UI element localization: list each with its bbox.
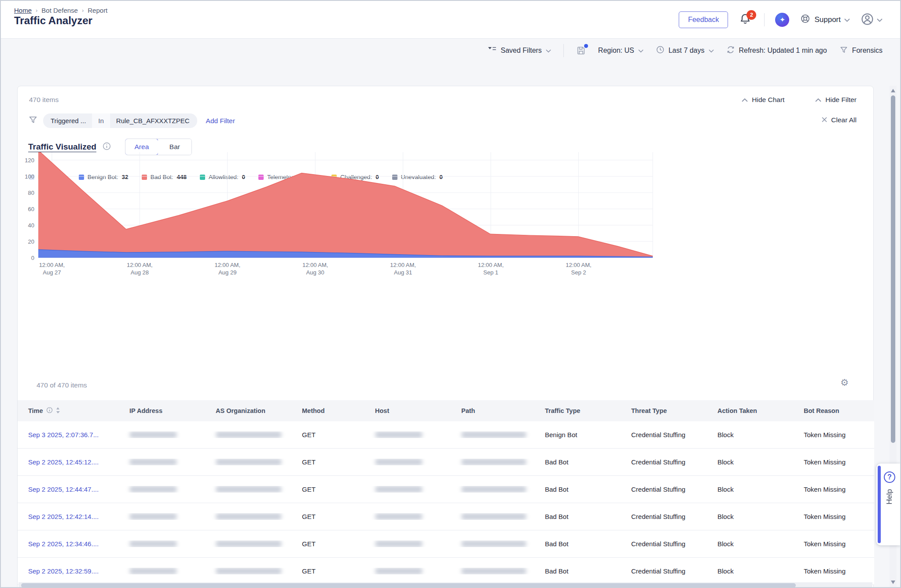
help-tab[interactable]: ? Help	[876, 464, 900, 545]
sort-icon[interactable]	[56, 407, 60, 415]
hide-chart-label: Hide Chart	[752, 96, 784, 104]
chart-title[interactable]: Traffic Visualized	[28, 142, 96, 152]
hide-filter-toggle[interactable]: Hide Filter	[815, 96, 857, 104]
save-filter-button[interactable]	[576, 46, 586, 55]
blurred-value	[461, 568, 526, 574]
time-link[interactable]: Sep 2 2025, 12:44:47....	[18, 486, 119, 493]
horizontal-scrollbar[interactable]	[18, 582, 872, 588]
blurred-value	[129, 486, 177, 493]
breadcrumb-home[interactable]: Home	[14, 7, 32, 14]
close-icon	[822, 116, 827, 124]
refresh-button[interactable]: Refresh: Updated 1 min ago	[726, 45, 827, 56]
redacted-cell	[205, 541, 291, 547]
chevron-down-icon	[877, 16, 883, 24]
redacted-cell	[451, 541, 534, 547]
add-filter-button[interactable]: Add Filter	[206, 117, 235, 125]
time-link[interactable]: Sep 3 2025, 2:07:36.7...	[18, 431, 119, 438]
blurred-value	[461, 431, 526, 438]
cell-action_taken: Block	[707, 486, 793, 493]
refresh-icon	[726, 45, 735, 56]
vertical-scrollbar-thumb[interactable]	[891, 95, 895, 443]
redacted-cell	[119, 568, 205, 574]
column-header-host: Host	[364, 407, 451, 414]
column-header-as-organization: AS Organization	[205, 407, 291, 414]
cell-bot_reason: Token Missing	[793, 540, 874, 548]
cell-threat_type: Credential Stuffing	[621, 486, 707, 493]
x-axis-tick-label: 12:00 AM, Sep 2	[566, 261, 592, 276]
redacted-cell	[364, 513, 451, 520]
table-row: Sep 2 2025, 12:34:46....GETBad BotCreden…	[18, 530, 874, 558]
support-label: Support	[814, 15, 841, 24]
hide-chart-toggle[interactable]: Hide Chart	[742, 96, 784, 104]
scroll-up-arrow-icon[interactable]	[891, 89, 895, 92]
scroll-down-arrow-icon[interactable]	[891, 581, 895, 584]
time-link[interactable]: Sep 2 2025, 12:32:59....	[18, 567, 119, 575]
time-range-dropdown[interactable]: Last 7 days	[656, 45, 714, 56]
feedback-button[interactable]: Feedback	[679, 11, 728, 28]
blurred-value	[129, 513, 177, 520]
column-header-action-taken: Action Taken	[707, 407, 793, 414]
hide-filter-label: Hide Filter	[825, 96, 857, 104]
cell-method: GET	[291, 567, 364, 575]
cell-bot_reason: Token Missing	[793, 458, 874, 466]
column-header-time[interactable]: Time	[18, 407, 119, 415]
chevron-up-icon	[815, 96, 821, 104]
table-row: Sep 2 2025, 12:45:12....GETBad BotCreden…	[18, 449, 874, 476]
cell-traffic_type: Benign Bot	[534, 431, 621, 438]
items-count: 470 items	[29, 96, 59, 104]
column-header-traffic-type: Traffic Type	[534, 407, 621, 414]
cell-action_taken: Block	[707, 540, 793, 548]
table-row: Sep 2 2025, 12:42:14....GETBad BotCreden…	[18, 503, 874, 530]
x-axis-tick-label: 12:00 AM, Aug 27	[39, 261, 65, 276]
ai-assistant-icon[interactable]: ✦	[775, 13, 789, 27]
column-header-path: Path	[451, 407, 534, 414]
forensics-button[interactable]: Forensics	[839, 46, 883, 56]
gear-icon[interactable]: ⚙	[840, 377, 849, 388]
region-dropdown[interactable]: Region: US	[598, 47, 644, 55]
breadcrumb: Home › Bot Defense › Report	[14, 7, 107, 14]
notifications-button[interactable]: 2	[739, 12, 754, 28]
help-tab-accent	[878, 466, 881, 543]
horizontal-scrollbar-thumb[interactable]	[21, 583, 796, 588]
blurred-value	[375, 568, 423, 574]
redacted-cell	[364, 486, 451, 493]
x-axis-tick-label: 12:00 AM, Aug 31	[390, 261, 416, 276]
user-menu[interactable]	[861, 12, 883, 28]
column-label: Action Taken	[717, 407, 757, 414]
table-row: Sep 3 2025, 2:07:36.7...GETBenign BotCre…	[18, 421, 874, 449]
redacted-cell	[364, 459, 451, 465]
redacted-cell	[451, 568, 534, 574]
info-icon	[46, 407, 53, 415]
avatar-icon	[861, 12, 874, 28]
table-header-row: TimeIP AddressAS OrganizationMethodHostP…	[18, 400, 874, 421]
info-icon	[103, 142, 111, 152]
blurred-value	[461, 513, 526, 520]
time-link[interactable]: Sep 2 2025, 12:34:46....	[18, 540, 119, 548]
cell-traffic_type: Bad Bot	[534, 486, 621, 493]
time-link[interactable]: Sep 2 2025, 12:42:14....	[18, 513, 119, 520]
blurred-value	[129, 541, 177, 547]
clear-all-button[interactable]: Clear All	[822, 116, 857, 124]
column-label: Method	[302, 407, 325, 414]
chevron-down-icon	[638, 47, 644, 55]
cell-action_taken: Block	[707, 567, 793, 575]
column-label: Traffic Type	[545, 407, 580, 414]
support-menu[interactable]: Support	[800, 13, 850, 26]
filter-operator[interactable]: In	[92, 113, 110, 128]
events-table: TimeIP AddressAS OrganizationMethodHostP…	[18, 400, 874, 585]
breadcrumb-report: Report	[88, 7, 107, 14]
saved-filters-dropdown[interactable]: Saved Filters	[488, 46, 551, 55]
time-link[interactable]: Sep 2 2025, 12:45:12....	[18, 458, 119, 466]
blurred-value	[375, 459, 423, 465]
filter-value[interactable]: Rule_CB_AFXXXTZPEC	[110, 113, 197, 128]
filter-field[interactable]: Triggered ...	[43, 113, 92, 128]
blurred-value	[129, 459, 177, 465]
redacted-cell	[451, 486, 534, 493]
cell-action_taken: Block	[707, 458, 793, 466]
breadcrumb-bot-defense[interactable]: Bot Defense	[41, 7, 78, 14]
chevron-down-icon	[844, 15, 850, 24]
x-axis-tick-label: 12:00 AM, Aug 30	[302, 261, 328, 276]
active-filter-pill[interactable]: Triggered ... In Rule_CB_AFXXXTZPEC	[43, 113, 197, 128]
column-label: Time	[28, 407, 43, 414]
cell-traffic_type: Bad Bot	[534, 540, 621, 548]
